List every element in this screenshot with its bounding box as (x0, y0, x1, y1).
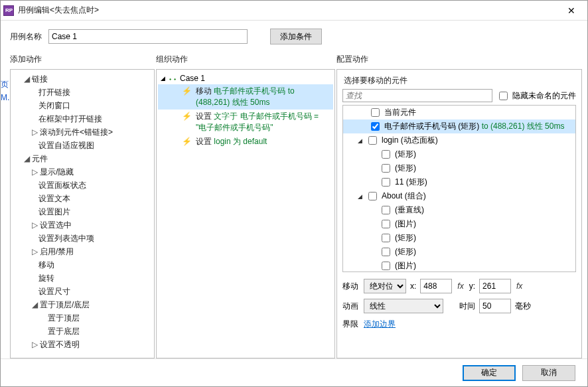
window-title: 用例编辑<失去焦点时> (18, 5, 558, 16)
fx-y-button[interactable]: fx (515, 281, 524, 291)
expand-icon: ◢ (31, 298, 38, 311)
tree-item[interactable]: 打开链接 (31, 86, 153, 99)
col2-header: 组织动作 (156, 51, 335, 69)
widget-row[interactable]: ◢About (组合) (343, 189, 575, 203)
widget-row[interactable]: (图片) (343, 217, 575, 231)
tree-item[interactable]: 置于顶层 (40, 311, 153, 325)
anim-mode-select[interactable]: 线性 (364, 299, 443, 313)
widget-row[interactable]: (垂直线) (343, 203, 575, 217)
widget-checkbox[interactable] (382, 178, 390, 187)
tree-item[interactable]: ▷显示/隐藏 (31, 165, 153, 179)
widget-row[interactable]: (矩形) (343, 245, 575, 259)
time-label: 时间 (459, 301, 475, 312)
case-action-row[interactable]: ⚡移动 电子邮件或手机号码 to (488,261) 线性 50ms (158, 84, 333, 110)
tree-item[interactable]: 设置列表选中项 (31, 232, 153, 245)
case-action-row[interactable]: ⚡设置 文字于 电子邮件或手机号码 = "电子邮件或手机号码" (158, 110, 333, 135)
tree-item[interactable]: 设置面板状态 (31, 179, 153, 192)
widget-row[interactable]: (矩形) (343, 147, 575, 161)
col1-header: 添加动作 (10, 51, 155, 69)
add-boundary-link[interactable]: 添加边界 (364, 319, 396, 330)
tree-item[interactable]: 旋转 (31, 271, 153, 285)
ok-button[interactable]: 确定 (463, 365, 516, 381)
tree-item[interactable]: 设置文本 (31, 192, 153, 205)
collapse-icon: ▷ (31, 165, 38, 179)
case-interaction-icon: ⬩⬩ (168, 74, 177, 83)
move-mode-select[interactable]: 绝对位置 (364, 279, 406, 293)
collapse-icon: ▷ (31, 245, 38, 258)
expand-icon: ◢ (23, 152, 31, 165)
tree-item[interactable]: 关闭窗口 (31, 99, 153, 112)
expand-icon: ◢ (161, 75, 165, 82)
tree-item[interactable]: 置于底层 (40, 325, 153, 338)
add-condition-button[interactable]: 添加条件 (270, 29, 322, 44)
tree-group-widgets[interactable]: ◢元件 (21, 152, 153, 165)
widget-checkbox[interactable] (371, 108, 380, 117)
expand-icon: ◢ (356, 193, 363, 200)
tree-item[interactable]: ▷设置不透明 (31, 338, 153, 351)
tree-item[interactable]: 设置尺寸 (31, 285, 153, 298)
time-input[interactable] (479, 299, 511, 313)
tree-item[interactable]: ▷启用/禁用 (31, 245, 153, 258)
widget-row[interactable]: 11 (矩形) (343, 175, 575, 189)
widget-checkbox[interactable] (382, 220, 390, 228)
move-label: 移动 (342, 281, 358, 292)
case-actions-panel: ◢ ⬩⬩ Case 1 ⚡移动 电子邮件或手机号码 to (488,261) 线… (156, 69, 335, 358)
widget-checkbox[interactable] (382, 150, 390, 159)
x-input[interactable] (420, 279, 452, 293)
collapse-icon: ▷ (31, 338, 38, 351)
tree-item[interactable]: ▷设置选中 (31, 218, 153, 232)
widget-checkbox[interactable] (371, 122, 380, 131)
widget-checkbox[interactable] (382, 248, 390, 256)
widget-row[interactable]: ◢login (动态面板) (343, 133, 575, 147)
expand-icon: ◢ (356, 137, 363, 144)
bolt-icon: ⚡ (182, 136, 192, 147)
widget-row[interactable]: (矩形) (343, 231, 575, 245)
tree-item[interactable]: 设置图片 (31, 205, 153, 218)
widget-checkbox[interactable] (382, 234, 390, 242)
y-label: y: (469, 281, 475, 291)
x-label: x: (410, 281, 416, 291)
tree-item[interactable]: 移动 (31, 258, 153, 271)
hide-unnamed-checkbox[interactable]: 隐藏未命名的元件 (496, 90, 576, 102)
bolt-icon: ⚡ (182, 86, 192, 97)
expand-icon: ◢ (23, 72, 31, 86)
time-unit: 毫秒 (515, 301, 531, 312)
widget-checkbox[interactable] (382, 164, 390, 173)
anim-label: 动画 (342, 301, 358, 312)
case-name-input[interactable] (48, 29, 248, 44)
widget-checkbox[interactable] (382, 262, 390, 270)
widget-row[interactable]: 电子邮件或手机号码 (矩形) to (488,261) 线性 50ms (343, 119, 575, 133)
tree-item[interactable]: ◢置于顶层/底层 (31, 298, 153, 311)
tree-item[interactable]: 在框架中打开链接 (31, 112, 153, 125)
case-name-label: 用例名称 (10, 31, 42, 42)
tree-item[interactable]: ▷滚动到元件<错链接> (31, 125, 153, 139)
widget-checkbox[interactable] (368, 192, 377, 200)
tree-group-links[interactable]: ◢链接 (21, 72, 153, 86)
collapse-icon: ▷ (31, 125, 38, 139)
close-button[interactable]: ✕ (558, 1, 585, 20)
widget-row[interactable]: (矩形) (343, 161, 575, 175)
col3-header: 配置动作 (336, 51, 582, 69)
widget-checkbox[interactable] (368, 136, 377, 145)
widget-row[interactable]: (图片) (343, 259, 575, 272)
fx-x-button[interactable]: fx (456, 281, 465, 291)
widget-list[interactable]: 当前元件电子邮件或手机号码 (矩形) to (488,261) 线性 50ms◢… (342, 105, 576, 272)
case-node[interactable]: ◢ ⬩⬩ Case 1 (158, 72, 333, 84)
widget-row[interactable]: 当前元件 (343, 106, 575, 119)
bounds-label: 界限 (342, 319, 358, 330)
action-library: ◢链接 打开链接关闭窗口在框架中打开链接▷滚动到元件<错链接>设置自适应视图 ◢… (10, 69, 155, 358)
case-action-row[interactable]: ⚡设置 login 为 default (158, 135, 333, 149)
configure-panel: 选择要移动的元件 隐藏未命名的元件 当前元件电子邮件或手机号码 (矩形) to … (336, 69, 582, 358)
cancel-button[interactable]: 取消 (522, 365, 575, 381)
collapse-icon: ▷ (31, 218, 38, 232)
pick-widgets-label: 选择要移动的元件 (342, 74, 576, 89)
y-input[interactable] (479, 279, 511, 293)
bolt-icon: ⚡ (182, 111, 192, 122)
search-input[interactable] (342, 89, 492, 102)
widget-checkbox[interactable] (382, 206, 390, 214)
tree-item[interactable]: 设置自适应视图 (31, 139, 153, 152)
app-icon (3, 5, 14, 16)
